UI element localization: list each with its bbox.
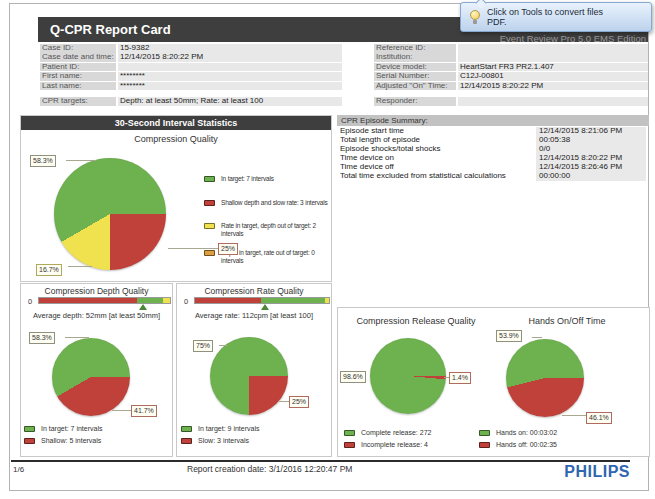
legend-swatch (479, 430, 490, 436)
row-label: Time device on (340, 154, 536, 163)
gauge-caption: Average depth: 52mm [at least 50mm] (20, 311, 173, 320)
legend-label: In target: 7 intervals (41, 425, 102, 434)
legend-swatch (204, 223, 215, 229)
field-label: Institution: (374, 53, 456, 62)
legend-item: In target: 9 intervals (181, 425, 259, 434)
table-row: Episode start time 12/14/2015 8:21:06 PM (340, 127, 648, 136)
callout-line (219, 345, 227, 346)
chart-title: Compression Release Quality (340, 316, 492, 326)
legend-swatch (24, 426, 35, 432)
field-value: ******** (118, 72, 342, 81)
callout-line (65, 337, 89, 338)
legend-label: In target: 9 intervals (198, 425, 259, 434)
depth-gauge-bar (38, 297, 171, 304)
form-row: Last name: ******** (40, 82, 342, 91)
pie-callout: 41.7% (131, 405, 157, 417)
form-row: Reference ID: (374, 44, 648, 53)
field-label: Case ID: (40, 44, 116, 53)
pie-callout: 58.3% (30, 155, 56, 167)
legend-label: Hands on: 00:03:02 (496, 429, 557, 438)
field-label: Reference ID: (374, 44, 456, 53)
row-value: 00:00:00 (536, 172, 646, 181)
legend-item: Complete release: 272 (344, 429, 431, 438)
row-value: 0/0 (536, 145, 646, 154)
tooltip-text: Click on Tools to convert files PDF. (487, 7, 603, 27)
field-label: Patient ID: (40, 63, 116, 72)
form-row: Case ID: 15-9382 (40, 44, 342, 53)
app-watermark: Event Review Pro 5.0 EMS Edition (500, 33, 646, 44)
field-value: 12/14/2015 8:20:22 PM (118, 53, 342, 62)
tooltip-caret (475, 0, 486, 9)
callout-line (68, 266, 92, 267)
report-page: Q-CPR Report Card Event Review Pro 5.0 E… (0, 0, 655, 499)
row-label: Time device off (340, 163, 536, 172)
row-label: Total time excluded from statistical cal… (340, 172, 536, 181)
footer-divider (11, 460, 630, 462)
pie-callout: 75% (193, 340, 213, 352)
pie-callout: 1.4% (449, 372, 471, 384)
legend-label: Slow: 3 intervals (198, 437, 249, 446)
release-quality-pie (370, 338, 446, 414)
form-row: Institution: (374, 53, 648, 62)
legend-item: Shallow: 5 intervals (24, 437, 101, 446)
field-value: 15-9382 (118, 44, 342, 53)
legend-swatch (204, 176, 215, 182)
table-row: Time device on 12/14/2015 8:20:22 PM (340, 154, 648, 163)
interval-stats-header: 30-Second Interval Statistics (21, 116, 331, 130)
field-value: Depth: at least 50mm; Rate: at least 100 (118, 97, 342, 106)
table-row: Total length of episode 00:05:38 (340, 136, 648, 145)
legend-label: Incomplete release: 4 (361, 441, 428, 450)
table-row: Time device off 12/14/2015 8:26:46 PM (340, 163, 648, 172)
row-value: 12/14/2015 8:26:46 PM (536, 163, 646, 172)
pie-callout: 25% (289, 396, 309, 408)
pie-callout: 53.9% (496, 330, 522, 342)
lightbulb-icon (469, 10, 481, 25)
row-value: 12/14/2015 8:20:22 PM (536, 154, 646, 163)
row-value: 00:05:38 (536, 136, 646, 145)
gauge-min-label: 0 (184, 297, 188, 306)
compression-quality-pie (54, 158, 166, 270)
field-label: Adjusted "On" Time: (374, 82, 456, 91)
row-label: Total length of episode (340, 136, 536, 145)
legend-swatch (344, 442, 355, 448)
field-value (458, 44, 648, 53)
field-value (458, 53, 648, 62)
pie-callout: 58.3% (29, 332, 55, 344)
legend-swatch (181, 438, 192, 444)
legend-item: Rate in target, depth out of target: 2 i… (204, 222, 326, 238)
legend-label: Shallow: 5 intervals (41, 437, 101, 446)
report-creation-date: Report creation date: 3/1/2016 12:20:47 … (187, 464, 352, 474)
field-label: Case date and time: (40, 53, 116, 62)
chart-title: Compression Quality (21, 134, 331, 144)
legend-swatch (204, 200, 215, 206)
field-value: ******** (118, 82, 342, 91)
legend-item: Hands on: 00:03:02 (479, 429, 557, 438)
table-row: Episode shocks/total shocks 0/0 (340, 145, 648, 154)
field-value (118, 63, 342, 72)
legend-item: Shallow depth and slow rate: 3 intervals (204, 199, 330, 207)
field-label: Serial Number: (374, 72, 456, 81)
case-info-right: Reference ID: Institution: Device model:… (374, 44, 648, 107)
legend-label: Rate in target, depth out of target: 2 i… (221, 222, 326, 238)
row-value: 12/14/2015 8:21:06 PM (536, 127, 646, 136)
gauge-marker-icon (261, 304, 269, 310)
pdf-convert-tooltip[interactable]: Click on Tools to convert files PDF. (460, 2, 652, 32)
chart-title: Hands On/Off Time (492, 316, 642, 326)
legend-item: In target: 7 intervals (204, 175, 330, 183)
legend-label: Shallow depth and slow rate: 3 intervals (221, 199, 328, 207)
form-row: Responder: (374, 97, 648, 106)
legend-swatch (181, 426, 192, 432)
hands-on-off-pie (506, 339, 584, 417)
legend-label: Hands off: 00:02:35 (496, 441, 557, 450)
episode-summary-header: CPR Episode Summary: (337, 115, 649, 126)
chart-title: Compression Depth Quality (20, 286, 173, 296)
row-label: Episode shocks/total shocks (340, 145, 536, 154)
field-value: C12J-00801 (458, 72, 648, 81)
callout-line (168, 248, 218, 249)
pie-callout: 16.7% (36, 264, 62, 276)
rate-gauge-bar (194, 297, 330, 304)
callout-line (66, 160, 96, 161)
chart-title: Compression Rate Quality (176, 286, 332, 296)
legend-item: Hands off: 00:02:35 (479, 441, 557, 450)
field-label: Device model: (374, 63, 456, 72)
